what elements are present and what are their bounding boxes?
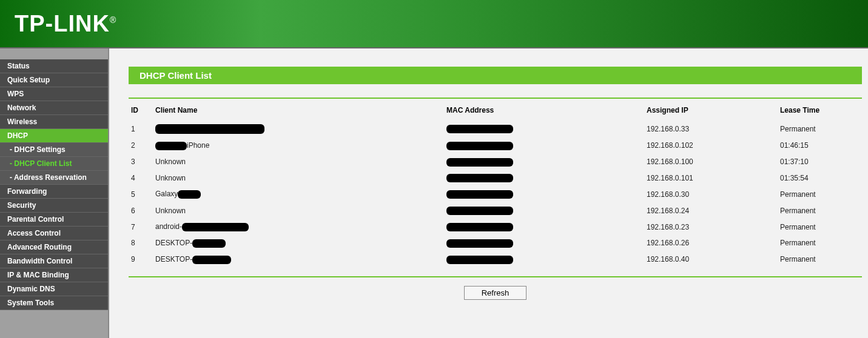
actions: Refresh bbox=[129, 286, 862, 300]
redacted-mac bbox=[446, 174, 513, 182]
cell-id: 5 bbox=[129, 186, 153, 202]
cell-client-name: Unknown bbox=[153, 170, 444, 187]
cell-ip: 192.168.0.30 bbox=[644, 186, 778, 202]
sidebar-item-network[interactable]: Network bbox=[0, 101, 108, 115]
cell-lease: Permanent bbox=[778, 219, 862, 235]
sidebar-item-status[interactable]: Status bbox=[0, 59, 108, 73]
sidebar-item-dhcp-settings[interactable]: - DHCP Settings bbox=[0, 143, 108, 157]
layout: StatusQuick SetupWPSNetworkWirelessDHCP-… bbox=[0, 48, 868, 338]
cell-client-name: Unknown bbox=[153, 154, 444, 170]
redacted-mac bbox=[446, 125, 513, 133]
cell-ip: 192.168.0.24 bbox=[644, 202, 778, 219]
table-row: 8DESKTOP-192.168.0.26Permanent bbox=[129, 235, 862, 251]
client-table: ID Client Name MAC Address Assigned IP L… bbox=[129, 102, 862, 268]
table-row: 2iPhone192.168.0.10201:46:15 bbox=[129, 138, 862, 154]
header: TP-LINK® bbox=[0, 0, 868, 48]
redacted-name bbox=[192, 239, 226, 248]
brand-text: TP-LINK bbox=[15, 11, 110, 36]
redacted-mac bbox=[446, 223, 513, 231]
name-prefix: DESKTOP- bbox=[155, 239, 192, 247]
table-row: 9DESKTOP-192.168.0.40Permanent bbox=[129, 251, 862, 268]
cell-mac bbox=[444, 170, 644, 187]
cell-lease: Permanent bbox=[778, 235, 862, 251]
cell-mac bbox=[444, 138, 644, 154]
sidebar-item-advanced-routing[interactable]: Advanced Routing bbox=[0, 240, 108, 254]
table-row: 5Galaxy192.168.0.30Permanent bbox=[129, 186, 862, 202]
cell-ip: 192.168.0.101 bbox=[644, 170, 778, 187]
cell-id: 2 bbox=[129, 138, 153, 154]
sidebar-item-dhcp-client-list[interactable]: - DHCP Client List bbox=[0, 157, 108, 171]
panel-title: DHCP Client List bbox=[129, 67, 862, 84]
cell-id: 1 bbox=[129, 121, 153, 138]
cell-client-name bbox=[153, 121, 444, 138]
col-mac: MAC Address bbox=[444, 102, 644, 121]
brand-logo: TP-LINK® bbox=[15, 11, 116, 37]
divider-bottom bbox=[129, 276, 862, 277]
sidebar-item-bandwidth-control[interactable]: Bandwidth Control bbox=[0, 254, 108, 268]
divider-top bbox=[129, 98, 862, 99]
name-prefix: android- bbox=[155, 222, 182, 231]
cell-mac bbox=[444, 154, 644, 170]
cell-lease: 01:37:10 bbox=[778, 154, 862, 170]
sidebar-item-wireless[interactable]: Wireless bbox=[0, 115, 108, 129]
table-body: 1192.168.0.33Permanent2iPhone192.168.0.1… bbox=[129, 121, 862, 268]
redacted-mac bbox=[446, 207, 513, 215]
cell-lease: Permanent bbox=[778, 121, 862, 138]
cell-mac bbox=[444, 121, 644, 138]
cell-lease: Permanent bbox=[778, 186, 862, 202]
registered-mark: ® bbox=[110, 15, 116, 25]
cell-mac bbox=[444, 235, 644, 251]
cell-client-name: Unknown bbox=[153, 202, 444, 219]
cell-client-name: iPhone bbox=[153, 138, 444, 154]
sidebar-item-access-control[interactable]: Access Control bbox=[0, 227, 108, 240]
redacted-name bbox=[192, 256, 231, 264]
cell-lease: 01:46:15 bbox=[778, 138, 862, 154]
cell-client-name: DESKTOP- bbox=[153, 235, 444, 251]
name-prefix: Galaxy bbox=[155, 190, 178, 198]
sidebar-item-security[interactable]: Security bbox=[0, 199, 108, 213]
cell-ip: 192.168.0.33 bbox=[644, 121, 778, 138]
redacted-name bbox=[178, 190, 201, 199]
cell-id: 8 bbox=[129, 235, 153, 251]
col-ip: Assigned IP bbox=[644, 102, 778, 121]
sidebar-item-dhcp[interactable]: DHCP bbox=[0, 129, 108, 143]
sidebar-item-address-reservation[interactable]: - Address Reservation bbox=[0, 171, 108, 185]
redacted-mac bbox=[446, 239, 513, 248]
main-content: DHCP Client List ID Client Name MAC Addr… bbox=[109, 48, 868, 338]
sidebar-item-dynamic-dns[interactable]: Dynamic DNS bbox=[0, 282, 108, 296]
cell-id: 4 bbox=[129, 170, 153, 187]
cell-mac bbox=[444, 219, 644, 235]
cell-id: 3 bbox=[129, 154, 153, 170]
name-prefix: Unknown bbox=[155, 157, 186, 166]
cell-lease: 01:35:54 bbox=[778, 170, 862, 187]
cell-ip: 192.168.0.23 bbox=[644, 219, 778, 235]
cell-lease: Permanent bbox=[778, 251, 862, 268]
name-prefix: Unknown bbox=[155, 174, 186, 182]
name-prefix: Unknown bbox=[155, 207, 186, 215]
table-row: 6Unknown192.168.0.24Permanent bbox=[129, 202, 862, 219]
table-row: 3Unknown192.168.0.10001:37:10 bbox=[129, 154, 862, 170]
col-id: ID bbox=[129, 102, 153, 121]
cell-client-name: DESKTOP- bbox=[153, 251, 444, 268]
redacted-mac bbox=[446, 142, 513, 150]
sidebar-item-ip-mac-binding[interactable]: IP & MAC Binding bbox=[0, 268, 108, 282]
name-suffix: iPhone bbox=[187, 141, 209, 150]
cell-id: 6 bbox=[129, 202, 153, 219]
sidebar: StatusQuick SetupWPSNetworkWirelessDHCP-… bbox=[0, 48, 109, 338]
cell-mac bbox=[444, 251, 644, 268]
col-lease: Lease Time bbox=[778, 102, 862, 121]
table-row: 4Unknown192.168.0.10101:35:54 bbox=[129, 170, 862, 187]
cell-mac bbox=[444, 202, 644, 219]
sidebar-item-parental-control[interactable]: Parental Control bbox=[0, 213, 108, 227]
redacted-name bbox=[182, 223, 249, 231]
cell-ip: 192.168.0.102 bbox=[644, 138, 778, 154]
sidebar-item-quick-setup[interactable]: Quick Setup bbox=[0, 73, 108, 87]
sidebar-item-system-tools[interactable]: System Tools bbox=[0, 296, 108, 310]
sidebar-item-wps[interactable]: WPS bbox=[0, 87, 108, 101]
sidebar-item-forwarding[interactable]: Forwarding bbox=[0, 185, 108, 199]
refresh-button[interactable]: Refresh bbox=[464, 286, 527, 300]
cell-ip: 192.168.0.100 bbox=[644, 154, 778, 170]
cell-client-name: Galaxy bbox=[153, 186, 444, 202]
redacted-mac bbox=[446, 256, 513, 264]
redacted-mac bbox=[446, 190, 513, 199]
